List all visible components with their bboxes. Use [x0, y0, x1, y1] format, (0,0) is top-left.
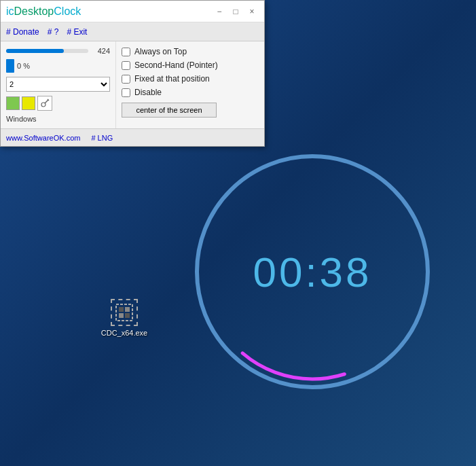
disable-checkbox[interactable]	[122, 88, 130, 97]
title-ic: ic	[6, 5, 14, 17]
svg-rect-5	[119, 313, 124, 318]
maximize-button[interactable]: □	[229, 5, 242, 18]
dropdown-select[interactable]: 2 1 3	[6, 77, 110, 92]
desktop-icon-label: CDC_x64.exe	[101, 329, 147, 337]
disable-label: Disable	[134, 88, 162, 97]
svg-rect-3	[119, 307, 124, 312]
clock-time: 00:38	[253, 248, 371, 296]
always-on-top-row: Always on Top	[122, 47, 259, 56]
fixed-position-checkbox[interactable]	[122, 75, 130, 84]
eyedropper-button[interactable]	[37, 96, 52, 111]
clock-widget: 00:38	[190, 149, 435, 394]
opacity-indicator	[6, 59, 14, 73]
website-link[interactable]: www.SoftwareOK.com	[6, 134, 80, 142]
title-clock: Clock	[54, 5, 81, 17]
dropdown-row: 2 1 3	[6, 77, 110, 92]
fixed-position-row: Fixed at that position	[122, 74, 259, 84]
size-slider-value: 424	[91, 47, 110, 55]
app-window: icDesktopClock − □ × # Donate # ? # Exit…	[0, 0, 265, 147]
menu-bar: # Donate # ? # Exit	[1, 22, 264, 41]
main-content: 424 0 % 2 1 3	[1, 41, 264, 128]
right-panel: Always on Top Second-Hand (Pointer) Fixe…	[116, 41, 264, 128]
opacity-value: 0 %	[17, 62, 30, 70]
title-bar: icDesktopClock − □ ×	[1, 1, 264, 22]
close-button[interactable]: ×	[245, 5, 259, 18]
minimize-button[interactable]: −	[213, 5, 226, 18]
footer: www.SoftwareOK.com # LNG	[1, 128, 264, 146]
svg-rect-4	[125, 307, 130, 312]
desktop-icon[interactable]: CDC_x64.exe	[100, 299, 148, 337]
svg-rect-6	[125, 313, 130, 318]
exit-menu-item[interactable]: # Exit	[67, 27, 87, 37]
fixed-position-label: Fixed at that position	[134, 74, 210, 84]
left-panel: 424 0 % 2 1 3	[1, 41, 116, 128]
always-on-top-checkbox[interactable]	[122, 48, 130, 56]
size-slider-track[interactable]	[6, 49, 88, 53]
lng-link[interactable]: # LNG	[91, 134, 113, 142]
opacity-slider-row: 0 %	[6, 59, 110, 73]
disable-row: Disable	[122, 88, 259, 97]
size-slider-row: 424	[6, 47, 110, 55]
donate-menu-item[interactable]: # Donate	[6, 27, 39, 37]
help-menu-item[interactable]: # ?	[48, 27, 59, 37]
title-desktop: Desktop	[14, 5, 54, 17]
color-swatch-green[interactable]	[6, 96, 20, 110]
svg-rect-2	[116, 304, 132, 321]
always-on-top-label: Always on Top	[134, 47, 187, 56]
center-screen-button[interactable]: center of the screen	[122, 103, 217, 118]
windows-label: Windows	[6, 115, 110, 123]
desktop-icon-image	[111, 299, 138, 326]
app-title: icDesktopClock	[6, 5, 81, 18]
size-slider-fill	[6, 49, 64, 53]
second-hand-checkbox[interactable]	[122, 61, 130, 70]
color-swatch-yellow[interactable]	[22, 96, 35, 110]
second-hand-label: Second-Hand (Pointer)	[134, 60, 218, 70]
color-row	[6, 96, 110, 111]
svg-line-8	[45, 100, 48, 103]
title-bar-controls: − □ ×	[213, 5, 259, 18]
second-hand-row: Second-Hand (Pointer)	[122, 60, 259, 70]
